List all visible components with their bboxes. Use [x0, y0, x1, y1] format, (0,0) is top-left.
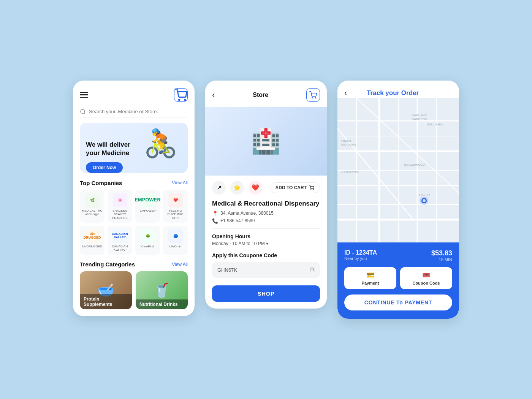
store-cart-button[interactable] [306, 88, 320, 102]
svg-point-1 [185, 99, 186, 100]
order-now-button[interactable]: Order Now [86, 162, 123, 173]
svg-text:GARDENS: GARDENS [412, 117, 427, 121]
svg-point-0 [179, 99, 180, 100]
search-bar [80, 109, 188, 117]
categories-header: Trending Categories View All [73, 261, 195, 271]
svg-point-6 [313, 189, 314, 190]
store-phone: 📞 +1 986 547 8569 [212, 218, 320, 224]
company-name-2: EMPOWER [139, 209, 155, 213]
payment-label: Payment [362, 281, 379, 285]
cart-button[interactable] [174, 88, 188, 102]
company-name-5: CANADIAN VALLEY [109, 245, 131, 252]
coupon-label: Coupon Code [412, 281, 440, 285]
company-card-3[interactable]: ❤️ FEELING RHYTHMIC CPR [163, 190, 188, 223]
home-header [73, 81, 195, 106]
svg-text:FRESH: FRESH [341, 139, 351, 142]
svg-text:OAKLAND: OAKLAND [412, 114, 427, 117]
delivery-person-figure: 🚴 [140, 131, 182, 173]
svg-point-5 [311, 189, 311, 190]
company-name-0: MEDICAL THCof Georgia [82, 209, 103, 216]
payment-button[interactable]: 💳 Payment [344, 267, 396, 289]
order-panel: ID - 1234TA Near by you $53.83 15 MIN 💳 … [337, 242, 459, 319]
track-title: Track your Order [367, 89, 419, 97]
continue-to-payment-button[interactable]: CONTINUE To PAYMENT [344, 294, 452, 310]
order-row1: ID - 1234TA Near by you $53.83 15 MIN [344, 249, 452, 262]
categories-view-all[interactable]: View All [172, 262, 188, 267]
company-card-1[interactable]: 🌸 BRACKENBEAUTY PRACTICE [108, 190, 132, 223]
map-container: OAKLAND GARDENS FRESH MEADOWS HOLLIS HIL… [337, 98, 459, 242]
add-to-cart-button[interactable]: ADD TO CART [270, 182, 320, 193]
coupon-input[interactable] [217, 267, 307, 273]
hours-dropdown-icon[interactable]: ▾ [266, 241, 268, 246]
company-card-4[interactable]: UNDRUGGED UNDRUGGED [80, 226, 104, 255]
phone-text: +1 986 547 8569 [220, 218, 255, 223]
svg-text:MEADOWS: MEADOWS [341, 143, 356, 146]
svg-point-2 [81, 109, 85, 114]
company-name-4: UNDRUGGED [82, 245, 102, 249]
svg-point-32 [420, 196, 428, 205]
screen-track: ‹ Track your Order [337, 81, 459, 319]
order-price: $53.83 [431, 249, 452, 257]
store-info: Medical & Recreational Dispensary 📍 34, … [205, 200, 327, 252]
order-price-block: $53.83 15 MIN [431, 249, 452, 262]
order-id-block: ID - 1234TA Near by you [344, 249, 377, 261]
coupon-code-button[interactable]: 🎟️ Coupon Code [400, 267, 452, 289]
coupon-title: Apply this Coupone Code [212, 252, 320, 258]
companies-grid: 🌿 MEDICAL THCof Georgia 🌸 BRACKENBEAUTY … [73, 190, 195, 261]
category-protein[interactable]: 🥣 Protein Supplements [80, 271, 132, 309]
categories-grid: 🥣 Protein Supplements 🥤 Nutritional Drin… [73, 271, 195, 316]
screen-store: ‹ Store 🏥 ↗ ⭐ ❤️ ADD TO CART [205, 81, 327, 309]
protein-label: Protein Supplements [80, 294, 132, 309]
heart-button[interactable]: ❤️ [249, 181, 262, 195]
order-buttons: 💳 Payment 🎟️ Coupon Code [344, 267, 452, 289]
screens-container: We will deliver your Medicine Order Now … [73, 81, 459, 319]
store-actions: ↗ ⭐ ❤️ ADD TO CART [205, 176, 327, 200]
company-name-7: LifeOmic [169, 245, 182, 249]
banner-title: We will deliver your Medicine [86, 141, 140, 157]
coupon-section: Apply this Coupone Code ⧉ [205, 252, 327, 284]
svg-text:HOLLISWOOD: HOLLISWOOD [404, 163, 425, 166]
svg-point-3 [312, 97, 313, 98]
map-svg: OAKLAND GARDENS FRESH MEADOWS HOLLIS HIL… [337, 98, 459, 242]
favorite-button[interactable]: ⭐ [230, 181, 244, 195]
company-card-6[interactable]: 🌳 CareFirst [135, 226, 160, 255]
drinks-label: Nutritional Drinks [136, 299, 188, 309]
svg-text:HOLLIS: HOLLIS [419, 193, 431, 197]
company-card-0[interactable]: 🌿 MEDICAL THCof Georgia [80, 190, 104, 223]
category-drinks[interactable]: 🥤 Nutritional Drinks [136, 271, 188, 309]
track-back-button[interactable]: ‹ [344, 88, 347, 98]
hours-text: Monday - 10 AM to 10 PM [212, 241, 265, 246]
store-name: Medical & Recreational Dispensary [212, 200, 320, 207]
hours-detail: Monday - 10 AM to 10 PM ▾ [212, 241, 320, 246]
track-header: ‹ Track your Order [337, 81, 459, 98]
delivery-banner: We will deliver your Medicine Order Now … [80, 123, 188, 173]
coupon-icon: 🎟️ [422, 271, 431, 279]
order-sub: Near by you [344, 256, 377, 261]
cart-icon [174, 89, 187, 101]
company-name-3: FEELING RHYTHMIC CPR [165, 209, 186, 220]
back-button[interactable]: ‹ [212, 90, 215, 100]
copy-icon[interactable]: ⧉ [310, 266, 315, 274]
company-card-2[interactable]: EMPOWER EMPOWER [135, 190, 160, 223]
company-card-7[interactable]: 🔵 LifeOmic [163, 226, 188, 255]
shop-button[interactable]: SHOP [212, 285, 320, 302]
company-name-6: CareFirst [141, 245, 154, 249]
search-input[interactable] [89, 109, 188, 114]
top-companies-view-all[interactable]: View All [172, 180, 188, 185]
company-card-5[interactable]: CANADIANVALLEY CANADIAN VALLEY [108, 226, 132, 255]
svg-point-4 [315, 97, 316, 98]
svg-text:CA ESTATES: CA ESTATES [341, 171, 359, 174]
screen-home: We will deliver your Medicine Order Now … [73, 81, 195, 317]
search-icon [80, 109, 86, 115]
top-companies-title: Top Companies [80, 180, 122, 186]
hamburger-menu[interactable] [80, 92, 88, 98]
svg-text:HOLLIS HILL: HOLLIS HILL [427, 123, 445, 126]
store-address: 📍 34, Asma Avenue, 380015 [212, 211, 320, 216]
top-companies-header: Top Companies View All [73, 180, 195, 190]
coupon-input-wrap: ⧉ [212, 262, 320, 278]
share-button[interactable]: ↗ [212, 181, 226, 195]
store-page-title: Store [253, 92, 268, 98]
categories-title: Trending Categories [80, 261, 135, 268]
payment-icon: 💳 [366, 271, 375, 279]
banner-text: We will deliver your Medicine Order Now [86, 141, 140, 173]
